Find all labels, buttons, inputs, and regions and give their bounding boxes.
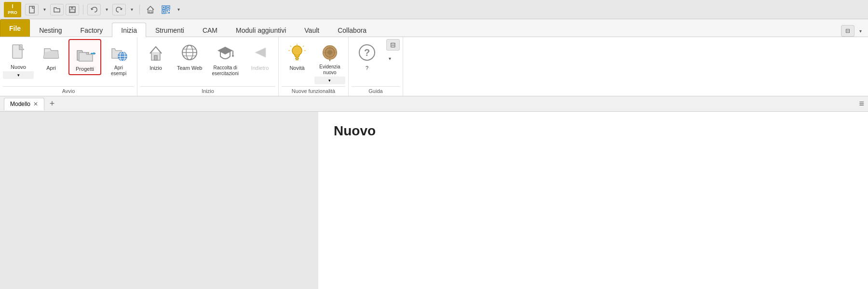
nuovo-dropdown[interactable]: ▾ — [3, 71, 34, 79]
evidenzia-dropdown[interactable]: ▾ — [314, 77, 345, 84]
home-icon[interactable] — [144, 3, 157, 16]
help-options-dropdown[interactable]: ▾ — [386, 53, 394, 64]
svg-point-33 — [232, 55, 234, 57]
evidenzia-label: Evidenzianuovo — [319, 64, 340, 76]
tab-moduli[interactable]: Moduli aggiuntivi — [227, 23, 295, 37]
qr-icon[interactable] — [159, 3, 173, 16]
nuove-group-label: Nuove funzionalità — [282, 86, 345, 96]
avvio-group-label: Avvio — [3, 86, 134, 96]
help-button[interactable]: ? ? — [352, 39, 382, 73]
nuove-buttons: Novità — [282, 39, 345, 84]
inizio-group-label: Inizio — [140, 86, 275, 96]
redo-dropdown[interactable]: ▾ — [128, 4, 136, 15]
new-file-button[interactable] — [25, 4, 39, 15]
svg-rect-10 — [163, 11, 164, 13]
tab-inizia[interactable]: Inizia — [112, 23, 146, 37]
team-web-icon — [178, 41, 201, 64]
ribbon-tab-bar: File Nesting Factory Inizia Strumenti CA… — [0, 19, 868, 37]
tab-file[interactable]: File — [0, 19, 30, 37]
help-options-button[interactable]: ⊟ — [386, 39, 400, 51]
apri-esempi-button[interactable]: Apriesempi — [103, 39, 134, 79]
svg-line-39 — [290, 46, 291, 47]
doc-tab-modello[interactable]: Modello ✕ — [4, 98, 44, 110]
apri-icon — [40, 41, 63, 64]
help-label: ? — [366, 65, 368, 71]
title-bar: IPRO ▾ ▾ ▾ — [0, 0, 868, 19]
svg-line-40 — [303, 46, 304, 47]
progetti-label: Progetti — [76, 66, 94, 72]
svg-text:?: ? — [364, 47, 370, 58]
add-document-button[interactable]: + — [46, 98, 58, 110]
tab-panel-menu-icon[interactable]: ≡ — [859, 99, 864, 109]
indietro-icon — [248, 41, 271, 64]
avvio-buttons: Nuovo ▾ Apri — [3, 39, 134, 84]
inizio-buttons: Inizio Team Web — [140, 39, 275, 84]
svg-rect-2 — [71, 7, 73, 9]
tab-nesting[interactable]: Nesting — [30, 23, 71, 37]
svg-rect-8 — [167, 7, 169, 8]
team-web-button[interactable]: Team Web — [173, 39, 206, 73]
ribbon-options-dropdown[interactable]: ▾ — [856, 25, 864, 37]
nuovo-label: Nuovo — [11, 64, 26, 70]
ribbon-collapse-button[interactable]: ⊟ — [841, 25, 854, 37]
svg-marker-18 — [94, 52, 95, 55]
tab-vault[interactable]: Vault — [295, 23, 328, 37]
app-logo: IPRO — [4, 2, 21, 17]
qat-dropdown[interactable]: ▾ — [175, 4, 182, 15]
tab-collabora[interactable]: Collabora — [328, 23, 376, 37]
apri-button[interactable]: Apri — [36, 39, 67, 73]
svg-rect-14 — [168, 12, 170, 13]
help-icon: ? — [355, 41, 379, 64]
indietro-label: Indietro — [251, 65, 269, 71]
svg-rect-11 — [166, 10, 168, 12]
novita-button[interactable]: Novità — [282, 39, 312, 73]
progetti-button[interactable]: Progetti — [68, 39, 101, 75]
svg-rect-6 — [163, 7, 164, 8]
nuovo-split-button[interactable]: Nuovo ▾ — [3, 39, 34, 79]
svg-rect-0 — [29, 6, 34, 13]
svg-marker-34 — [255, 48, 266, 57]
svg-marker-31 — [217, 47, 233, 54]
save-button[interactable] — [66, 4, 79, 15]
evidenzia-split-button[interactable]: Evidenzianuovo ▾ — [314, 39, 345, 84]
ribbon-group-guida: ? ? ⊟ ▾ Guida — [349, 37, 403, 96]
undo-dropdown[interactable]: ▾ — [103, 4, 110, 15]
tab-factory[interactable]: Factory — [71, 23, 112, 37]
main-content-panel: Nuovo — [318, 112, 868, 289]
apri-esempi-icon — [107, 41, 130, 64]
svg-point-35 — [292, 46, 302, 55]
ribbon-group-nuove: Novità — [279, 37, 349, 96]
apri-label: Apri — [46, 65, 56, 71]
ribbon-group-avvio: Nuovo ▾ Apri — [0, 37, 137, 96]
novita-label: Novità — [289, 65, 304, 71]
evidenzia-button[interactable]: Evidenzianuovo — [314, 39, 345, 77]
inizio-icon — [144, 41, 167, 64]
svg-rect-12 — [169, 10, 170, 11]
team-web-label: Team Web — [177, 65, 202, 71]
inizio-button[interactable]: Inizio — [140, 39, 171, 73]
evidenzia-icon — [318, 41, 341, 64]
raccolta-button[interactable]: Raccolta diesercitazioni — [208, 39, 243, 79]
main-area: Nuovo — [0, 112, 868, 289]
tab-cam[interactable]: CAM — [193, 23, 227, 37]
main-left-panel — [0, 112, 318, 289]
guida-group-label: Guida — [352, 86, 400, 96]
tab-strumenti[interactable]: Strumenti — [146, 23, 193, 37]
novita-icon — [285, 41, 309, 64]
raccolta-label: Raccolta diesercitazioni — [212, 65, 239, 77]
doc-tab-label: Modello — [10, 101, 30, 107]
ribbon-group-inizio: Inizio Team Web — [137, 37, 279, 96]
toolbar-separator-2 — [139, 5, 140, 14]
undo-button[interactable] — [87, 4, 101, 15]
indietro-button[interactable]: Indietro — [244, 39, 275, 73]
apri-esempi-label: Apriesempi — [111, 65, 126, 77]
doc-tab-close-icon[interactable]: ✕ — [33, 101, 38, 107]
progetti-icon — [73, 42, 96, 65]
nuovo-button[interactable]: Nuovo — [3, 39, 34, 71]
new-file-dropdown[interactable]: ▾ — [41, 4, 48, 15]
open-file-button[interactable] — [50, 4, 64, 15]
main-content-title: Nuovo — [334, 123, 853, 139]
redo-button[interactable] — [112, 4, 126, 15]
raccolta-icon — [214, 41, 237, 64]
nuovo-icon — [7, 41, 30, 64]
